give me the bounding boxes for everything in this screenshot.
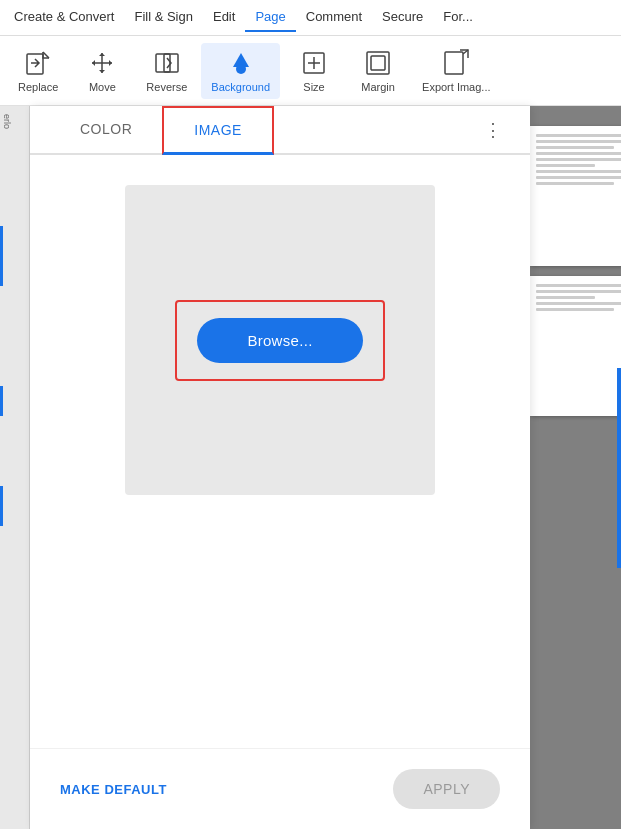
menu-edit[interactable]: Edit [203, 3, 245, 32]
margin-tool[interactable]: Margin [348, 43, 408, 99]
more-options-icon[interactable]: ⋮ [476, 111, 510, 149]
doc-line [536, 182, 614, 185]
menu-create-convert[interactable]: Create & Convert [4, 3, 124, 32]
doc-line [536, 152, 621, 155]
replace-icon [24, 49, 52, 77]
browse-button[interactable]: Browse... [197, 318, 362, 363]
export-image-tool[interactable]: Export Imag... [412, 43, 500, 99]
menu-bar: Create & Convert Fill & Sign Edit Page C… [0, 0, 621, 36]
doc-line [536, 296, 595, 299]
margin-icon [364, 49, 392, 77]
doc-line [536, 140, 621, 143]
doc-line [536, 284, 621, 287]
svg-rect-7 [371, 56, 385, 70]
replace-tool[interactable]: Replace [8, 43, 68, 99]
blue-accent-2 [0, 386, 3, 416]
toolbar: Replace Move Reverse Background [0, 36, 621, 106]
export-icon [442, 49, 470, 77]
doc-line [536, 170, 621, 173]
doc-line [536, 302, 621, 305]
svg-rect-1 [156, 54, 170, 72]
background-tool[interactable]: Background [201, 43, 280, 99]
reverse-tool[interactable]: Reverse [136, 43, 197, 99]
doc-line [536, 158, 621, 161]
menu-secure[interactable]: Secure [372, 3, 433, 32]
image-drop-area: Browse... [125, 185, 435, 495]
menu-fill-sign[interactable]: Fill & Sign [124, 3, 203, 32]
make-default-button[interactable]: MAKE DEFAULT [60, 782, 167, 797]
svg-point-4 [236, 64, 246, 74]
doc-page-2-content [530, 276, 621, 322]
menu-comment[interactable]: Comment [296, 3, 372, 32]
doc-line [536, 308, 614, 311]
size-icon [300, 49, 328, 77]
apply-button[interactable]: APPLY [393, 769, 500, 809]
panel: COLOR IMAGE ⋮ Browse... MAKE DEFAULT APP… [30, 106, 530, 829]
svg-rect-0 [27, 54, 43, 74]
doc-page-content [530, 126, 621, 196]
tab-image[interactable]: IMAGE [162, 106, 274, 155]
move-tool[interactable]: Move [72, 43, 132, 99]
move-icon [88, 49, 116, 77]
preview-text: erlo [0, 106, 14, 137]
doc-line [536, 290, 621, 293]
svg-rect-8 [445, 52, 463, 74]
tab-color[interactable]: COLOR [50, 107, 162, 154]
blue-accent-3 [0, 486, 3, 526]
doc-page [530, 126, 621, 266]
reverse-icon [153, 49, 181, 77]
document-preview [530, 106, 621, 829]
browse-container: Browse... [175, 300, 384, 381]
doc-line [536, 176, 621, 179]
tab-bar: COLOR IMAGE ⋮ [30, 106, 530, 155]
size-tool[interactable]: Size [284, 43, 344, 99]
doc-line [536, 164, 595, 167]
doc-page-2 [530, 276, 621, 416]
menu-for[interactable]: For... [433, 3, 483, 32]
right-blue-accent [617, 368, 621, 568]
page-preview-strip: erlo [0, 106, 30, 829]
panel-footer: MAKE DEFAULT APPLY [30, 748, 530, 829]
doc-line [536, 134, 621, 137]
blue-accent-1 [0, 226, 3, 286]
background-icon [227, 49, 255, 77]
menu-page[interactable]: Page [245, 3, 295, 32]
doc-line [536, 146, 614, 149]
content-area: erlo COLOR IMAGE ⋮ Browse... MAKE DEFAUL… [0, 106, 621, 829]
